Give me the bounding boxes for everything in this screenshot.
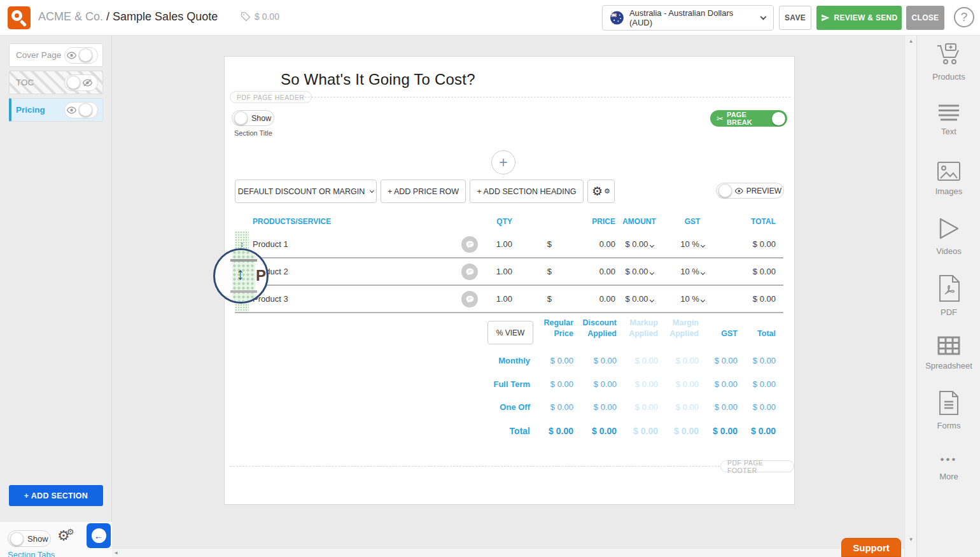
- chevron-down-icon: [650, 243, 654, 248]
- default-discount-dropdown[interactable]: DEFAULT DISCOUNT OR MARGIN: [235, 180, 377, 203]
- section-tabs-settings-button[interactable]: ⚙⚙: [57, 527, 74, 544]
- form-document-icon: [939, 391, 958, 415]
- sidebar-footer-panel: Show ⚙⚙ ← Section Tabs: [0, 522, 112, 557]
- eye-icon: [67, 52, 76, 59]
- spreadsheet-grid-icon: [937, 336, 960, 355]
- help-icon: ?: [961, 10, 968, 24]
- toolbar-item-spreadsheet[interactable]: Spreadsheet: [917, 336, 980, 370]
- col-markup-applied: Markup Applied: [617, 318, 658, 339]
- add-section-heading-button[interactable]: + ADD SECTION HEADING: [470, 180, 584, 203]
- amount-dropdown[interactable]: $ 0.00: [615, 267, 663, 276]
- comment-button[interactable]: [461, 264, 478, 280]
- section-sidebar: Cover Page TOC Pricing + ADD SECTION: [0, 36, 112, 522]
- col-discount-applied: Discount Applied: [573, 318, 617, 339]
- section-title-caption: Section Title: [234, 129, 272, 137]
- pricing-settings-button[interactable]: ⚙⚙: [587, 180, 615, 203]
- chevron-down-icon: [701, 298, 705, 302]
- document-title[interactable]: Sample Sales Quote: [113, 10, 218, 23]
- col-total: TOTAL: [722, 217, 783, 226]
- toolbar-item-more[interactable]: ••• More: [917, 453, 980, 481]
- qty-input[interactable]: 1.00: [482, 294, 512, 304]
- pricing-visibility-toggle[interactable]: [64, 102, 98, 118]
- scroll-left-arrow[interactable]: ◂: [115, 549, 118, 556]
- gst-dropdown[interactable]: 10 %: [663, 239, 722, 249]
- qty-input[interactable]: 1.00: [482, 267, 512, 276]
- price-table-header: PRODUCTS/SERVICE QTY PRICE AMOUNT GST TO…: [235, 215, 783, 229]
- help-button[interactable]: ?: [954, 7, 974, 27]
- scroll-up-arrow[interactable]: ▴: [905, 38, 917, 44]
- price-tag-icon: [241, 11, 251, 22]
- sidebar-item-cover-page[interactable]: Cover Page: [9, 43, 103, 67]
- toolbar-item-images[interactable]: Images: [917, 162, 980, 196]
- back-arrow-icon: ←: [94, 530, 104, 541]
- horizontal-scrollbar[interactable]: ◂: [112, 548, 904, 557]
- summary-row-total: Total $ 0.00 $ 0.00 $ 0.00 $ 0.00 $ 0.00…: [475, 426, 776, 436]
- summary-row-monthly: Monthly $ 0.00 $ 0.00 $ 0.00 $ 0.00 $ 0.…: [475, 356, 776, 365]
- drag-icon: ↕: [236, 264, 245, 284]
- col-qty: QTY: [482, 217, 512, 226]
- chevron-down-icon: [701, 271, 705, 275]
- gear-icon: ⚙: [592, 184, 603, 199]
- image-icon: [937, 162, 960, 181]
- add-price-row-button[interactable]: + ADD PRICE ROW: [381, 180, 466, 203]
- toolbar-item-pdf[interactable]: PDF: [917, 275, 980, 317]
- close-button[interactable]: CLOSE: [906, 6, 944, 30]
- row-total: $ 0.00: [722, 267, 783, 276]
- cover-page-visibility-toggle[interactable]: [64, 47, 98, 64]
- product-name-input[interactable]: Product 1: [249, 239, 461, 249]
- currency-selector[interactable]: Australia - Australian Dollars (AUD): [602, 5, 774, 31]
- add-content-button[interactable]: +: [491, 150, 515, 174]
- add-section-button[interactable]: + ADD SECTION: [9, 485, 103, 506]
- collapse-sidebar-button[interactable]: ←: [87, 523, 111, 548]
- app-logo-icon[interactable]: [8, 6, 31, 29]
- breadcrumb-separator: /: [106, 10, 109, 23]
- chevron-down-icon: [370, 188, 374, 192]
- currency-symbol: $: [512, 294, 552, 304]
- pdf-icon: [938, 275, 960, 302]
- page-title[interactable]: So What's It Going To Cost?: [281, 71, 475, 88]
- sidebar-item-pricing[interactable]: Pricing: [9, 98, 103, 122]
- review-send-button[interactable]: REVIEW & SEND: [816, 6, 902, 30]
- toc-visibility-toggle[interactable]: [64, 74, 98, 91]
- comment-button[interactable]: [461, 291, 478, 307]
- section-tabs-caption: Section Tabs: [8, 550, 55, 557]
- toggle-knob: [79, 103, 92, 116]
- toolbar-item-products[interactable]: Products: [917, 43, 980, 81]
- currency-label: Australia - Australian Dollars (AUD): [629, 8, 752, 27]
- comment-button[interactable]: [461, 236, 478, 253]
- product-name-input[interactable]: Product 2: [249, 267, 461, 276]
- pdf-page-footer-label: PDF PAGE FOOTER: [720, 460, 794, 472]
- page-break-toggle[interactable]: ✂ PAGE BREAK: [710, 110, 787, 127]
- gear-icon-small: ⚙: [67, 527, 74, 537]
- vertical-scrollbar[interactable]: ▴ ▾: [904, 36, 916, 557]
- gst-dropdown[interactable]: 10 %: [663, 294, 722, 304]
- sidebar-item-toc[interactable]: TOC: [9, 71, 103, 94]
- gst-dropdown[interactable]: 10 %: [663, 267, 722, 276]
- price-input[interactable]: 0.00: [552, 239, 615, 249]
- chevron-down-icon: [650, 271, 654, 275]
- col-amount: AMOUNT: [615, 217, 663, 226]
- section-tabs-show-toggle[interactable]: Show: [8, 530, 51, 547]
- magnifier-lens: ↕ P: [213, 248, 269, 304]
- support-button[interactable]: Support: [841, 538, 901, 557]
- cart-plus-icon: [936, 43, 962, 66]
- preview-toggle[interactable]: PREVIEW: [716, 183, 784, 199]
- dashed-separator: [298, 97, 790, 97]
- toolbar-item-videos[interactable]: Videos: [917, 216, 980, 256]
- toolbar-item-text[interactable]: Text: [917, 104, 980, 136]
- save-button[interactable]: SAVE: [779, 6, 811, 30]
- price-input[interactable]: 0.00: [552, 267, 615, 276]
- amount-dropdown[interactable]: $ 0.00: [615, 294, 663, 304]
- summary-header: Regular Price Discount Applied Markup Ap…: [475, 318, 776, 339]
- toolbar-item-forms[interactable]: Forms: [917, 391, 980, 430]
- amount-dropdown[interactable]: $ 0.00: [615, 239, 663, 249]
- col-price: PRICE: [552, 217, 615, 226]
- product-name-input[interactable]: Product 3: [249, 294, 461, 304]
- drag-icon: ↕: [240, 240, 244, 249]
- price-input[interactable]: 0.00: [552, 294, 615, 304]
- toggle-knob: [772, 112, 785, 125]
- scroll-down-arrow[interactable]: ▾: [905, 536, 917, 542]
- section-title-show-toggle[interactable]: Show: [232, 110, 274, 126]
- company-name: ACME & Co.: [38, 10, 103, 23]
- qty-input[interactable]: 1.00: [482, 239, 512, 249]
